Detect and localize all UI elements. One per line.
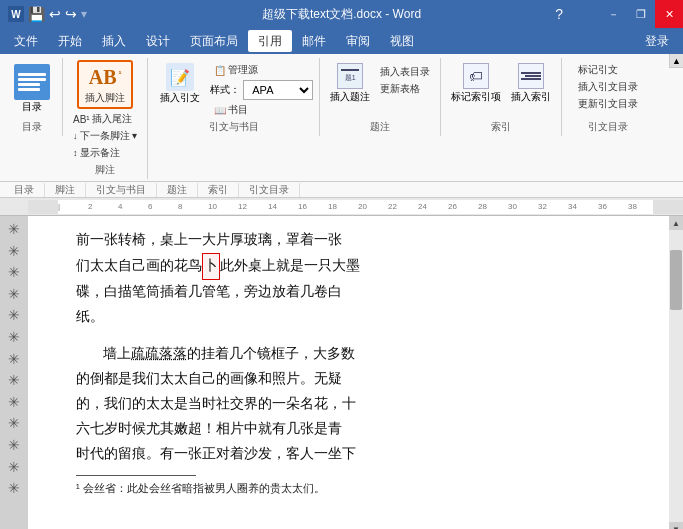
deco-8: ✳	[8, 371, 20, 391]
footnote-cursor: 卜	[202, 253, 220, 280]
rl-captions: 题注	[157, 183, 198, 197]
citations-group-label: 引文与书目	[209, 120, 259, 134]
style-label: 样式：	[210, 83, 240, 97]
endnote-icon: AB¹	[73, 114, 90, 125]
captions-group-label: 题注	[370, 120, 390, 134]
rl-citations: 引文与书目	[86, 183, 157, 197]
close-button[interactable]: ✕	[655, 0, 683, 28]
toc-icon	[14, 64, 50, 100]
footnote-text: ¹ 会丝省：此处会丝省暗指被男人圈养的贵太太们。	[76, 480, 621, 498]
deco-9: ✳	[8, 393, 20, 413]
insert-index-icon	[517, 62, 545, 90]
insert-index-button[interactable]: 插入索引	[507, 60, 555, 106]
doc-paragraph-1: 前一张转椅，桌上一大片厚玻璃，罩着一张	[76, 228, 621, 253]
scroll-thumb[interactable]	[670, 250, 682, 310]
deco-11: ✳	[8, 436, 20, 456]
caption-icon: 题1	[336, 62, 364, 90]
ribbon-group-toa: 标记引文 插入引文目录 更新引文目录 引文目录	[564, 58, 654, 136]
ribbon-group-toc: 目录 目录	[4, 58, 63, 136]
ribbon-group-index: 🏷 标记索引项 插入索引 索引	[443, 58, 562, 136]
ribbon-collapse-button[interactable]: ▲	[669, 54, 683, 68]
toc-label: 目录	[22, 100, 42, 114]
undo-button[interactable]: ↩	[49, 6, 61, 22]
deco-3: ✳	[8, 263, 20, 283]
ribbon-group-captions: 题1 插入题注 插入表目录 更新表格 题注	[322, 58, 441, 136]
show-notes-button[interactable]: ↕ 显示备注	[69, 145, 141, 161]
manage-icon: 📋	[214, 65, 226, 76]
menu-file[interactable]: 文件	[4, 30, 48, 52]
bibliography-button[interactable]: 📖 书目	[210, 102, 313, 118]
menu-design[interactable]: 设计	[136, 30, 180, 52]
deco-2: ✳	[8, 242, 20, 262]
bibliography-icon: 📖	[214, 105, 226, 116]
doc-paragraph-9: 时代的留痕。有一张正对着沙发，客人一坐下	[76, 442, 621, 467]
deco-7: ✳	[8, 350, 20, 370]
deco-5: ✳	[8, 306, 20, 326]
title-separator: ▾	[81, 7, 87, 21]
doc-paragraph-5: 墙上疏疏落落的挂着几个镜框子，大多数	[76, 342, 621, 367]
doc-paragraph-8: 六七岁时候尤其嫩超！相片中就有几张是青	[76, 417, 621, 442]
insert-caption-label: 插入题注	[330, 90, 370, 104]
mark-citation-button[interactable]: 标记引文	[574, 62, 642, 78]
deco-4: ✳	[8, 285, 20, 305]
menu-review[interactable]: 审阅	[336, 30, 380, 52]
citation-icon: 📝	[166, 63, 194, 91]
menu-mailings[interactable]: 邮件	[292, 30, 336, 52]
manage-sources-button[interactable]: 📋 管理源	[210, 62, 313, 78]
rl-index: 索引	[198, 183, 239, 197]
insert-table-figures-button[interactable]: 插入表目录	[376, 64, 434, 80]
deco-10: ✳	[8, 414, 20, 434]
insert-index-label: 插入索引	[511, 90, 551, 104]
toc-group-label: 目录	[22, 120, 42, 134]
ribbon: 目录 目录 AB ¹ 插入脚注 AB¹ 插入尾注 ↓ 下一条脚注 ▾	[0, 54, 683, 182]
next-footnote-icon: ↓	[73, 131, 78, 141]
rl-toa: 引文目录	[239, 183, 300, 197]
menu-bar: 文件 开始 插入 设计 页面布局 引用 邮件 审阅 视图 登录	[0, 28, 683, 54]
deco-6: ✳	[8, 328, 20, 348]
insert-caption-button[interactable]: 题1 插入题注	[326, 60, 374, 106]
menu-layout[interactable]: 页面布局	[180, 30, 248, 52]
mark-entry-button[interactable]: 🏷 标记索引项	[447, 60, 505, 106]
insert-endnote-button[interactable]: AB¹ 插入尾注	[69, 111, 141, 127]
index-group-label: 索引	[491, 120, 511, 134]
menu-insert[interactable]: 插入	[92, 30, 136, 52]
insert-footnote-button[interactable]: AB ¹ 插入脚注	[77, 60, 133, 109]
insert-footnote-label: 插入脚注	[85, 91, 125, 105]
minimize-button[interactable]: －	[599, 0, 627, 28]
update-table-button[interactable]: 更新表格	[376, 81, 434, 97]
rl-toc: 目录	[4, 183, 45, 197]
style-select[interactable]: APA MLA Chicago	[243, 80, 313, 100]
toc-button[interactable]: 目录	[8, 60, 56, 118]
login-button[interactable]: 登录	[635, 31, 679, 52]
ruler: | 2 4 6 8 10 12 14 16 18 20 22 24 26 28 …	[0, 198, 683, 216]
update-toa-button[interactable]: 更新引文目录	[574, 96, 642, 112]
scroll-track[interactable]	[669, 230, 683, 522]
next-footnote-button[interactable]: ↓ 下一条脚注 ▾	[69, 128, 141, 144]
ribbon-section-labels: 目录 脚注 引文与书目 题注 索引 引文目录	[0, 182, 683, 198]
vertical-scrollbar[interactable]: ▲ ▼	[669, 216, 683, 529]
title-bar-icons: W 💾 ↩ ↪ ▾	[8, 6, 87, 22]
deco-1: ✳	[8, 220, 20, 240]
content-area: ✳ ✳ ✳ ✳ ✳ ✳ ✳ ✳ ✳ ✳ ✳ ✳ ✳ 前一张转椅，桌上一大片厚玻璃…	[0, 216, 683, 529]
menu-home[interactable]: 开始	[48, 30, 92, 52]
citation-label: 插入引文	[160, 91, 200, 105]
redo-button[interactable]: ↪	[65, 6, 77, 22]
rl-footnote: 脚注	[45, 183, 86, 197]
scroll-up-button[interactable]: ▲	[669, 216, 683, 230]
doc-paragraph-6: 的倒都是我们太太自己的画像和照片。无疑	[76, 367, 621, 392]
menu-view[interactable]: 视图	[380, 30, 424, 52]
document-page[interactable]: 前一张转椅，桌上一大片厚玻璃，罩着一张 们太太自己画的花鸟卜此外桌上就是一只大墨…	[28, 216, 669, 529]
show-notes-icon: ↕	[73, 148, 78, 158]
insert-citation-button[interactable]: 📝 插入引文	[154, 60, 206, 108]
toa-group-label: 引文目录	[588, 120, 628, 134]
scroll-down-button[interactable]: ▼	[669, 522, 683, 529]
ruler-body: | 2 4 6 8 10 12 14 16 18 20 22 24 26 28 …	[28, 200, 683, 214]
insert-toa-button[interactable]: 插入引文目录	[574, 79, 642, 95]
help-button[interactable]: ?	[555, 6, 563, 22]
doc-paragraph-4: 纸。	[76, 305, 621, 330]
style-row: 样式： APA MLA Chicago	[210, 80, 313, 100]
menu-references[interactable]: 引用	[248, 30, 292, 52]
restore-button[interactable]: ❐	[627, 0, 655, 28]
save-button[interactable]: 💾	[28, 6, 45, 22]
footnote-icon: AB ¹	[87, 64, 124, 91]
